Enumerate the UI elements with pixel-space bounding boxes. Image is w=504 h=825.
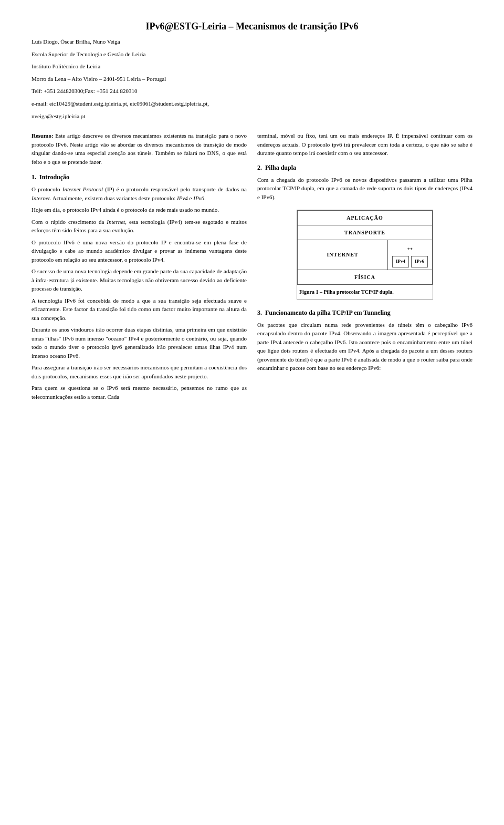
- section1-p1: O protocolo Internet Protocol (IP) é o p…: [32, 185, 247, 202]
- stack-layer-fisica: FÍSICA: [297, 270, 433, 285]
- ipv-boxes: IPv4 IPv6: [392, 256, 428, 267]
- figure1-caption: Figura 1 – Pilha protocolar TCP/IP dupla…: [297, 285, 433, 299]
- section1-p5: O sucesso de uma nova tecnologia depende…: [32, 267, 247, 293]
- arrow-icon: ↔: [406, 242, 414, 255]
- institution1: Escola Superior de Tecnologia e Gestão d…: [32, 50, 472, 59]
- section2-title: 2. Pilha dupla: [257, 163, 472, 172]
- stack-diagram: APLICAÇÃO TRANSPORTE INTERNET ↔ IPv4 IPv…: [297, 210, 433, 285]
- abstract-label: Resumo:: [32, 132, 54, 139]
- authors: Luís Diogo, Óscar Brilha, Nuno Veiga: [32, 37, 472, 47]
- header: IPv6@ESTG-Leiria – Mecanismos de transiç…: [32, 21, 472, 121]
- figure1: APLICAÇÃO TRANSPORTE INTERNET ↔ IPv4 IPv…: [297, 210, 433, 300]
- email2-link[interactable]: eic09061@student.estg.ipleiria.pt: [130, 100, 207, 107]
- institution2: Instituto Politécnico de Leiria: [32, 62, 472, 71]
- section1-p7: Durante os anos vindouros irão ocorrer d…: [32, 325, 247, 360]
- page: IPv6@ESTG-Leiria – Mecanismos de transiç…: [0, 0, 504, 825]
- two-column-layout: Resumo: Este artigo descreve os diversos…: [32, 131, 472, 404]
- abstract: Resumo: Este artigo descreve os diversos…: [32, 131, 247, 166]
- section3-p1: Os pacotes que circulam numa rede proven…: [257, 321, 472, 373]
- email3-link[interactable]: nveiga@estg.ipleiria.pt: [32, 113, 85, 119]
- ipv4-box: IPv4: [392, 256, 409, 267]
- section1-p2: Hoje em dia, o protocolo IPv4 ainda é o …: [32, 205, 247, 214]
- stack-layer-transporte: TRANSPORTE: [297, 225, 433, 240]
- section1-p8: Para assegurar a transição irão ser nece…: [32, 363, 247, 380]
- abstract-text: Este artigo descreve os diversos mecanis…: [32, 132, 247, 165]
- section1-p3: Com o rápido crescimento da Internet, es…: [32, 218, 247, 235]
- section3-title: 3. Funcionamento da pilha TCP/IP em Tunn…: [257, 308, 472, 317]
- email1-link[interactable]: eic10429@student.estg.ipleiria.pt: [49, 100, 127, 107]
- contact: Telf: +351 244820300;Fax: +351 244 82031…: [32, 87, 472, 96]
- section1-p4: O protocolo IPv6 é uma nova versão do pr…: [32, 238, 247, 264]
- stack-layer-aplicacao: APLICAÇÃO: [297, 210, 433, 225]
- email3-line: nveiga@estg.ipleiria.pt: [32, 112, 472, 121]
- right-intro-text: terminal, móvel ou fixo, terá um ou mais…: [257, 131, 472, 158]
- address: Morro da Lena – Alto Vieiro – 2401-951 L…: [32, 75, 472, 84]
- arrow-ipv-row: ↔: [406, 242, 414, 255]
- page-title: IPv6@ESTG-Leiria – Mecanismos de transiç…: [32, 21, 472, 32]
- stack-internet-extras: ↔ IPv4 IPv6: [388, 240, 432, 270]
- section1-p9: Para quem se questiona se o IPv6 será me…: [32, 384, 247, 401]
- ipv6-box: IPv6: [411, 256, 428, 267]
- stack-internet-label: INTERNET: [298, 240, 388, 270]
- right-column: terminal, móvel ou fixo, terá um ou mais…: [257, 131, 472, 404]
- left-column: Resumo: Este artigo descreve os diversos…: [32, 131, 247, 404]
- email-line: e-mail: eic10429@student.estg.ipleiria.p…: [32, 99, 472, 109]
- section1-p6: A tecnologia IPv6 foi concebida de modo …: [32, 296, 247, 323]
- stack-layer-internet-row: INTERNET ↔ IPv4 IPv6: [297, 240, 433, 270]
- section1-title: 1. Introdução: [32, 172, 247, 182]
- section2-p1: Com a chegada do protocolo IPv6 os novos…: [257, 176, 472, 202]
